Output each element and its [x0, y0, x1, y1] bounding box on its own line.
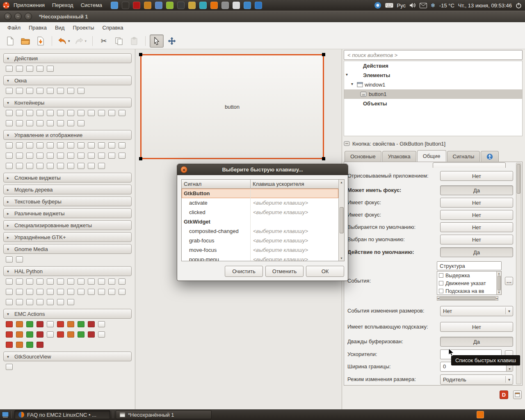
palette-widget-icon[interactable] [16, 299, 23, 305]
signal-row[interactable]: GtkWidget [182, 217, 338, 226]
palette-widget-icon[interactable] [98, 289, 105, 295]
tab-accessibility[interactable] [481, 151, 499, 162]
palette-widget-icon[interactable] [57, 289, 64, 295]
property-toggle-button[interactable]: Нет [440, 235, 513, 244]
tray-app-icon[interactable] [477, 411, 484, 418]
palette-widget-icon[interactable] [6, 120, 13, 126]
close-button[interactable]: × [4, 13, 11, 20]
volume-icon[interactable] [409, 2, 416, 8]
event-option[interactable]: Выдержка [437, 272, 496, 279]
palette-widget-icon[interactable] [78, 110, 84, 116]
column-header-signal[interactable]: Сигнал [182, 180, 251, 189]
expander-open-icon[interactable]: ▾ [346, 72, 348, 77]
palette-widget-icon[interactable] [57, 153, 64, 159]
palette-widget-icon[interactable] [88, 331, 95, 338]
palette-widget-icon[interactable] [6, 278, 13, 285]
chevron-down-icon[interactable]: ▾ [85, 39, 87, 43]
palette-widget-icon[interactable] [78, 321, 84, 327]
palette-widget-icon[interactable] [47, 120, 54, 126]
app-icon[interactable] [166, 2, 173, 9]
accelerator-cell[interactable]: <выберите клавишу> [251, 228, 338, 234]
app-icon[interactable] [177, 2, 185, 9]
search-input[interactable] [344, 50, 523, 60]
ok-button[interactable]: ОК [306, 266, 344, 277]
menu-Проекты[interactable]: Проекты [68, 23, 98, 32]
menu-Вид[interactable]: Вид [51, 23, 69, 32]
palette-widget-icon[interactable] [57, 163, 64, 169]
show-desktop-icon[interactable] [2, 411, 9, 418]
palette-widget-icon[interactable] [26, 153, 33, 159]
palette-widget-icon[interactable] [57, 331, 64, 338]
palette-section-header[interactable]: ▸Сложные виджеты [3, 173, 132, 183]
property-toggle-button[interactable]: Нет [440, 322, 513, 332]
dialog-titlebar[interactable]: × Выберите быструю клавишу... [177, 164, 348, 175]
accelerator-cell[interactable]: <выберите клавишу> [251, 256, 338, 261]
palette-widget-icon[interactable] [47, 153, 54, 159]
palette-widget-icon[interactable] [47, 163, 54, 169]
tab-Сигналы[interactable]: Сигналы [447, 151, 480, 162]
select-tool-button[interactable] [150, 34, 164, 48]
palette-widget-icon[interactable] [47, 110, 54, 116]
event-option[interactable]: Движение указат [437, 279, 496, 287]
palette-widget-icon[interactable] [108, 142, 115, 148]
design-window[interactable]: button [140, 54, 324, 159]
palette-widget-icon[interactable] [108, 110, 115, 116]
menu-Справка[interactable]: Справка [98, 23, 128, 32]
event-option[interactable]: Подсказка на вв [437, 287, 496, 294]
spin-down-icon[interactable]: ▾ [507, 367, 513, 371]
palette-widget-icon[interactable] [37, 142, 43, 148]
palette-widget-icon[interactable] [57, 120, 64, 126]
palette-widget-icon[interactable] [26, 142, 33, 148]
palette-widget-icon[interactable] [98, 278, 105, 285]
signal-row[interactable]: composited-changed<выберите клавишу> [182, 226, 338, 236]
power-icon[interactable] [516, 2, 522, 9]
accelerator-cell[interactable]: <выберите клавишу> [251, 200, 338, 206]
palette-section-header[interactable]: ▾Gnome Media [3, 244, 132, 254]
palette-widget-icon[interactable] [98, 153, 105, 159]
palette-widget-icon[interactable] [78, 153, 84, 159]
minimize-button[interactable]: − [14, 13, 22, 20]
palette-widget-icon[interactable] [67, 163, 74, 169]
palette-widget-icon[interactable] [16, 278, 23, 285]
palette-widget-icon[interactable] [16, 321, 23, 327]
property-toggle-button[interactable]: Да [440, 247, 513, 257]
palette-widget-icon[interactable] [47, 299, 54, 305]
expander-open-icon[interactable]: ▾ [351, 82, 353, 86]
signal-row[interactable]: move-focus<выберите клавишу> [182, 245, 338, 255]
palette-widget-icon[interactable] [37, 120, 43, 126]
palette-widget-icon[interactable] [37, 331, 43, 338]
palette-widget-icon[interactable] [37, 110, 43, 116]
palette-widget-icon[interactable] [26, 110, 33, 116]
palette-widget-icon[interactable] [6, 289, 13, 295]
horizontal-scrollbar[interactable]: ◂▸ [437, 296, 498, 301]
palette-widget-icon[interactable] [6, 110, 13, 116]
resize-handle[interactable] [322, 53, 325, 56]
widget-info-button[interactable] [513, 390, 522, 399]
scrollbar[interactable] [516, 163, 521, 384]
taskbar-item[interactable]: FAQ по EMC2 LinuxCNC • ... [14, 410, 110, 419]
mail-icon[interactable] [420, 3, 427, 8]
palette-widget-icon[interactable] [108, 278, 115, 285]
signal-row[interactable]: grab-focus<выберите клавишу> [182, 236, 338, 245]
palette-section-header[interactable]: ▾Контейнеры [3, 98, 132, 107]
redo-button[interactable]: ▾ [73, 34, 89, 48]
events-entry[interactable]: Структура [437, 261, 502, 270]
palette-widget-icon[interactable] [37, 342, 43, 348]
palette-widget-icon[interactable] [26, 331, 33, 338]
events-more-button[interactable]: … [505, 277, 513, 285]
palette-widget-icon[interactable] [37, 153, 43, 159]
palette-widget-icon[interactable] [47, 278, 54, 285]
cut-button[interactable]: ✂ [97, 34, 111, 48]
palette-widget-icon[interactable] [37, 321, 43, 327]
palette-widget-icon[interactable] [37, 278, 43, 285]
expander-open-icon[interactable]: ▾ [7, 312, 11, 316]
palette-widget-icon[interactable] [78, 289, 84, 295]
accelerator-cell[interactable]: <выберите клавишу> [251, 237, 338, 244]
weather-icon[interactable]: ❄ [431, 2, 436, 9]
resize-handle[interactable] [139, 157, 142, 160]
tree-item-Действия[interactable]: Действия [344, 61, 522, 71]
expander-closed-icon[interactable]: ▸ [7, 235, 11, 240]
tree-item-Элементы[interactable]: ▾Элементы [344, 71, 522, 80]
palette-widget-icon[interactable] [6, 321, 13, 327]
palette-widget-icon[interactable] [6, 364, 13, 370]
